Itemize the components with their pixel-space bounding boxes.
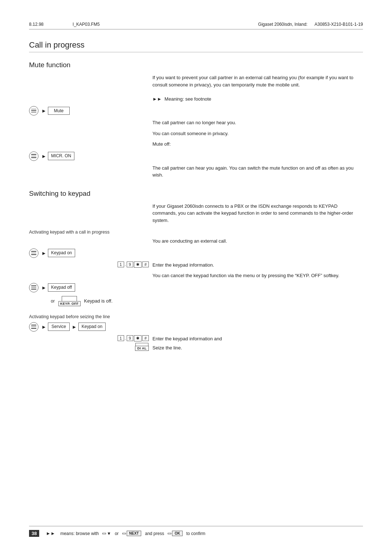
enter-keypad-and-text: Enter the keypad information and	[152, 335, 363, 343]
keypad-symbols2-right: Enter the keypad information and Seize t…	[152, 335, 363, 352]
keypad-off-row: ► Keypad off	[29, 283, 363, 292]
keypad-desc-right: If your Gigaset 2060isdn connects to a P…	[152, 203, 363, 224]
keypad-on-softkey2[interactable]: Keypad on	[78, 323, 106, 331]
browse-box	[102, 533, 106, 534]
key-1b: 1	[118, 335, 124, 341]
section-title: Call in progress	[29, 40, 363, 50]
consult-right: You can consult someone in privacy.	[152, 130, 363, 137]
keypad-on-left: ► Keypad on	[29, 248, 152, 258]
mute-button-right	[152, 106, 363, 116]
cancel-keypad-text: You can cancel the keypad function via t…	[152, 272, 363, 279]
keypad-on-softkey[interactable]: Keypad on	[48, 249, 75, 257]
keypad-on-row: ► Keypad on	[29, 248, 363, 258]
mute-desc-left	[29, 74, 152, 102]
key-9b: 9	[127, 335, 133, 341]
dial-btn-label[interactable]: DI AL	[135, 346, 149, 351]
keypad-off-right	[152, 283, 363, 292]
keypad-symbol-group2: 1 . 9 ✱ #	[118, 335, 149, 341]
footer-means: means: browse with	[60, 531, 99, 536]
external-call-row: You are conducting an external call.	[29, 238, 363, 245]
header-right: Gigaset 2060isdn, Inland: A30853-X210-B1…	[258, 22, 363, 27]
section-divider	[29, 52, 363, 52]
arrow-mute: ►	[41, 106, 46, 116]
next-softkey-group: NEXT	[122, 531, 142, 536]
menu-icon-keypad-off	[29, 283, 38, 292]
ok-btn[interactable]: OK	[172, 531, 183, 536]
micr-on-row: ► MICR. ON	[29, 151, 363, 161]
mute-button-left: ► Mute	[29, 106, 152, 116]
footer-and-press: and press	[145, 531, 164, 536]
header-ref: A30853-X210-B101-1-19	[315, 22, 363, 27]
header-file: I_KAP03.FM5	[73, 22, 100, 27]
dial-softkey-group: DI AL	[135, 343, 149, 351]
keypad-desc-text: If your Gigaset 2060isdn connects to a P…	[152, 203, 363, 224]
footer-or: or	[115, 531, 119, 536]
key-1: 1	[118, 262, 124, 267]
page-number: 38	[29, 530, 39, 537]
external-call-left	[29, 238, 152, 245]
or-row: or KEYP. OFF Keypad is off.	[29, 296, 363, 306]
keyp-off-label[interactable]: KEYP. OFF	[58, 301, 81, 306]
service-right	[152, 322, 363, 332]
keypad-off-left: ► Keypad off	[29, 283, 152, 292]
micr-on-softkey[interactable]: MICR. ON	[48, 152, 74, 160]
menu-icon-keypad-on	[29, 248, 38, 258]
keypad-symbols-row2: 1 . 9 ✱ # DI AL Enter the keypad informa…	[29, 335, 363, 352]
service-softkey[interactable]: Service	[48, 323, 70, 331]
footnote-arrow: ►►	[152, 96, 162, 102]
menu-icon-mute	[29, 106, 38, 116]
key-9: 9	[127, 262, 133, 267]
keypad-symbols-right: Enter the keypad information.	[152, 262, 363, 269]
arrow-service2: ►	[72, 322, 77, 332]
hear-again-right: The call partner can hear you again. You…	[152, 165, 363, 179]
mute-softkey[interactable]: Mute	[48, 107, 70, 115]
hear-again-text: The call partner can hear you again. You…	[152, 165, 363, 179]
seize-line-text: Seize the line.	[152, 344, 363, 352]
arrow-keypad-on: ►	[41, 248, 46, 258]
ok-softkey-group: OK	[168, 531, 183, 536]
header-left: 8.12.98 I_KAP03.FM5	[29, 22, 100, 27]
down-arrow-icon: ▼	[107, 531, 111, 536]
mute-desc-text: If you want to prevent your call partner…	[152, 74, 363, 88]
no-hear-text: The call partner can no longer hear you.	[152, 119, 363, 126]
mute-off-left	[29, 141, 152, 148]
or-text: or	[51, 299, 55, 304]
keypad-symbols2-left: 1 . 9 ✱ # DI AL	[29, 335, 152, 352]
no-hear-row: The call partner can no longer hear you.	[29, 119, 363, 126]
keypad-off-softkey[interactable]: Keypad off	[48, 283, 75, 292]
micr-on-right	[152, 151, 363, 161]
keypad-desc-row: If your Gigaset 2060isdn connects to a P…	[29, 203, 363, 224]
mute-off-text: Mute off:	[152, 141, 363, 148]
browse-icon-group: ▼	[102, 531, 111, 536]
key-star: ✱	[134, 262, 142, 268]
header-product: Gigaset 2060isdn, Inland:	[258, 22, 307, 27]
activating-with-call-label: Activating keypad with a call in progres…	[29, 230, 363, 235]
service-left: ► Service ► Keypad on	[29, 322, 152, 332]
mute-desc-right: If you want to prevent your call partner…	[152, 74, 363, 102]
arrow-micr: ►	[41, 151, 46, 161]
keypad-heading: Switching to keypad	[29, 190, 363, 198]
cancel-keypad-right: You can cancel the keypad function via t…	[152, 272, 363, 279]
arrow-keypad-off: ►	[41, 283, 46, 292]
external-call-text: You are conducting an external call.	[152, 238, 363, 245]
dot-sep2: .	[125, 336, 126, 340]
cancel-keypad-row: You can cancel the keypad function via t…	[29, 272, 363, 279]
no-hear-left	[29, 119, 152, 126]
cancel-keypad-left	[29, 272, 152, 279]
mute-footnote: ►► Meaning: see footnote	[152, 96, 363, 103]
keypad-on-right	[152, 248, 363, 258]
next-btn[interactable]: NEXT	[127, 531, 142, 536]
next-box	[122, 533, 126, 534]
mute-button-row: ► Mute	[29, 106, 363, 116]
keypad-is-off-text: Keypad is off.	[84, 298, 113, 304]
mute-off-row: Mute off:	[29, 141, 363, 148]
page-footer: 38 ►► means: browse with ▼ or NEXT and p…	[29, 526, 363, 537]
mute-off-right: Mute off:	[152, 141, 363, 148]
key-hash2: #	[142, 335, 149, 341]
micr-on-left: ► MICR. ON	[29, 151, 152, 161]
header-date: 8.12.98	[29, 22, 44, 27]
keypad-symbols-row: 1 . 9 ✱ # Enter the keypad information.	[29, 262, 363, 269]
consult-left	[29, 130, 152, 137]
mute-heading: Mute function	[29, 61, 363, 69]
arrow-service: ►	[41, 322, 46, 332]
